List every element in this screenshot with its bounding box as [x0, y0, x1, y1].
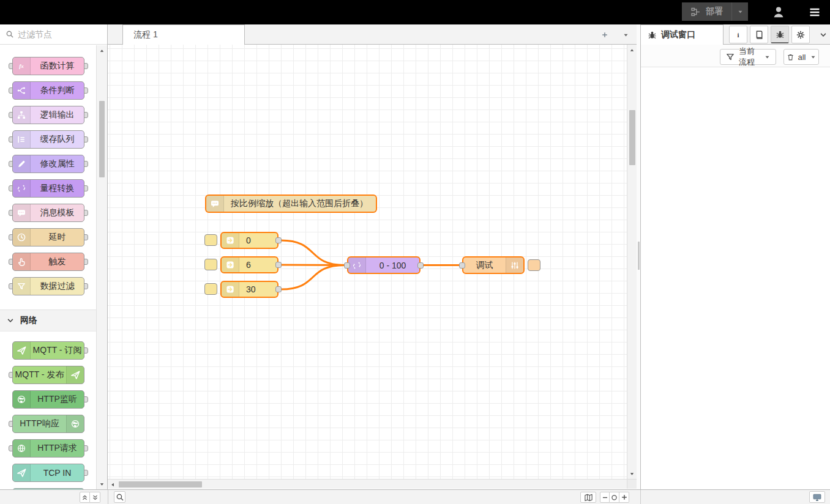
expand-all-button[interactable]	[90, 492, 100, 503]
collapse-all-button[interactable]	[80, 492, 90, 503]
scroll-up-icon[interactable]	[97, 46, 107, 55]
tab-debug-window[interactable]: 调试窗口	[641, 24, 723, 45]
debug-clear-button[interactable]: all	[783, 49, 819, 65]
palette-node[interactable]: 逻辑输出	[12, 106, 84, 124]
palette-node[interactable]: HTTP响应	[12, 415, 84, 433]
node-output-port[interactable]	[275, 286, 282, 292]
palette-node[interactable]: MQTT - 订阅	[12, 341, 84, 360]
palette-node[interactable]: 缓存队列	[12, 130, 84, 149]
palette-node-body: HTTP监听	[12, 390, 84, 409]
flow-node-debug[interactable]: 调试	[462, 256, 525, 274]
bug-icon	[648, 31, 657, 40]
monitor-icon	[812, 492, 822, 502]
palette-node-body: 缓存队列	[12, 130, 84, 149]
scroll-down-icon[interactable]	[97, 480, 107, 488]
zoom-out-button[interactable]	[600, 492, 610, 503]
flow-list-button[interactable]	[619, 30, 632, 40]
canvas-search-button[interactable]	[114, 491, 125, 503]
palette-section-header[interactable]: 网络	[0, 309, 96, 332]
deploy-button[interactable]: 部署	[682, 2, 731, 21]
scrollbar-thumb[interactable]	[629, 110, 635, 165]
zoom-in-button[interactable]	[619, 492, 629, 503]
inject30-button[interactable]	[204, 283, 217, 295]
bug-button[interactable]	[771, 26, 789, 43]
node-input-port[interactable]	[459, 262, 465, 269]
palette-scrollbar[interactable]	[96, 45, 107, 489]
palette-node[interactable]: TCP IN	[12, 464, 84, 482]
palette-node-label: MQTT - 发布	[13, 366, 66, 384]
clock-icon	[13, 229, 31, 246]
palette-node[interactable]: HTTP请求	[12, 439, 84, 458]
palette-node[interactable]: 条件判断	[12, 81, 84, 100]
footer-separator	[640, 490, 641, 504]
scroll-up-icon[interactable]	[627, 46, 637, 54]
scroll-left-icon[interactable]	[109, 480, 116, 489]
palette-node[interactable]: fx函数计算	[12, 57, 84, 75]
add-flow-button[interactable]	[597, 28, 612, 42]
flow-node-inject30[interactable]: 30	[220, 281, 279, 298]
deploy-options-button[interactable]	[731, 2, 748, 21]
palette-node[interactable]: 消息模板	[12, 204, 84, 222]
plane-icon	[13, 342, 31, 359]
palette-collapse-group	[80, 492, 100, 503]
header-bar: 部署	[0, 0, 830, 24]
flow-node-inject0[interactable]: 0	[220, 232, 279, 249]
main-menu-button[interactable]	[806, 5, 824, 20]
range-icon	[13, 180, 31, 197]
wire[interactable]	[281, 240, 345, 265]
palette-node-label: MQTT - 订阅	[31, 342, 84, 359]
palette-node[interactable]: 修改属性	[12, 155, 84, 173]
node-output-port[interactable]	[275, 262, 282, 268]
sidebar-resize-handle[interactable]	[637, 24, 641, 489]
scrollbar-thumb[interactable]	[119, 481, 202, 487]
deploy-icon	[690, 7, 701, 17]
chevron-down-button[interactable]	[817, 26, 830, 43]
palette-node-body: MQTT - 发布	[12, 366, 84, 384]
palette-node-body: MQTT - 订阅	[12, 341, 84, 360]
info-button[interactable]: i	[729, 26, 747, 43]
palette-node[interactable]: 延时	[12, 228, 84, 246]
deploy-button-group: 部署	[682, 2, 748, 21]
palette-node-label: 条件判断	[31, 82, 84, 99]
canvas-vertical-scrollbar[interactable]	[627, 45, 637, 479]
globe-icon	[13, 440, 31, 457]
palette-node-label: 逻辑输出	[31, 106, 84, 124]
palette-node[interactable]: HTTP监听	[12, 390, 84, 409]
palette-node-label: HTTP请求	[31, 440, 84, 457]
resize-grip[interactable]	[638, 242, 640, 270]
gear-icon	[796, 30, 806, 40]
node-output-port[interactable]	[417, 262, 424, 269]
scrollbar-thumb[interactable]	[99, 101, 105, 177]
sidebar-tab-bar: 调试窗口 i	[641, 24, 830, 45]
gear-button[interactable]	[791, 26, 810, 43]
palette-node[interactable]: 量程转换	[12, 179, 84, 198]
range-icon	[348, 258, 366, 273]
palette-node[interactable]: MQTT - 发布	[12, 366, 84, 384]
wire[interactable]	[281, 265, 345, 290]
flow-canvas[interactable]: 按比例缩放（超出输入范围后折叠）06300 - 100调试	[108, 45, 627, 479]
flow-node-range[interactable]: 0 - 100	[347, 256, 421, 274]
palette-node[interactable]: 触发	[12, 253, 84, 271]
inject0-button[interactable]	[204, 234, 217, 246]
flow-tab[interactable]: 流程 1	[122, 24, 245, 45]
scroll-down-icon[interactable]	[627, 469, 637, 478]
plane-icon	[13, 464, 31, 481]
canvas-horizontal-scrollbar[interactable]	[108, 479, 627, 489]
user-menu-button[interactable]	[769, 4, 788, 21]
palette-node[interactable]: 数据过滤	[12, 277, 84, 295]
search-input[interactable]	[18, 29, 95, 39]
book-button[interactable]	[750, 26, 768, 43]
node-body: 30	[222, 282, 277, 297]
flow-node-comment[interactable]: 按比例缩放（超出输入范围后折叠）	[205, 195, 377, 213]
flow-node-inject6[interactable]: 6	[220, 256, 279, 273]
node-input-port[interactable]	[344, 262, 350, 269]
node-output-port[interactable]	[275, 237, 282, 243]
debug-filter-button[interactable]: 当前流程	[720, 49, 776, 65]
palette-search-box	[0, 24, 107, 45]
open-dashboard-button[interactable]	[809, 491, 825, 503]
zoom-reset-button[interactable]	[610, 492, 619, 503]
navigator-toggle-button[interactable]	[580, 492, 596, 503]
inject6-button[interactable]	[204, 259, 217, 270]
debug-button[interactable]	[528, 259, 540, 271]
footer-bar	[0, 489, 830, 504]
